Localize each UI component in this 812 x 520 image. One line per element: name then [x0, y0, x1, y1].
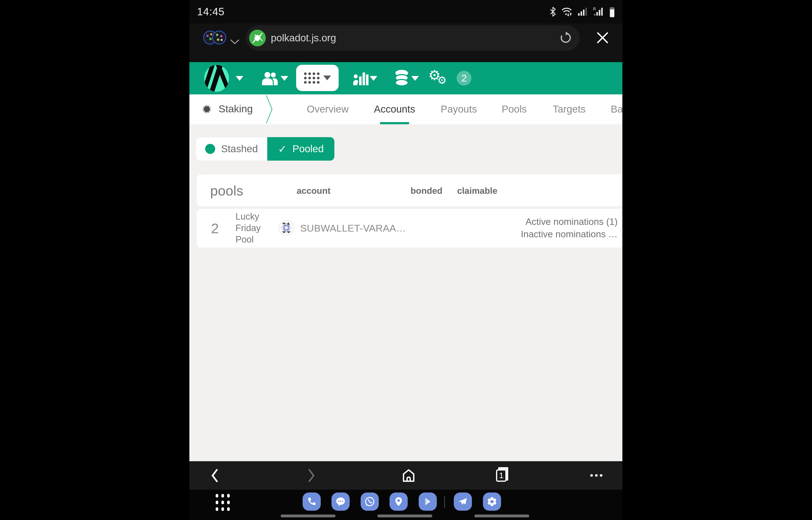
pool-id: 2 [208, 220, 222, 236]
url-text: polkadot.js.org [271, 32, 336, 44]
play-store-app-icon[interactable] [419, 493, 437, 511]
bluetooth-icon [549, 6, 557, 17]
dock-separator [444, 496, 445, 508]
tab-pools[interactable]: Pools [502, 103, 527, 115]
tab-payouts[interactable]: Payouts [441, 103, 477, 115]
chain-data-dropdown-icon[interactable] [411, 76, 419, 81]
staking-section-icon: ✹ [202, 103, 212, 115]
signal-roaming-icon: R [593, 6, 604, 17]
network-logo-icon[interactable] [203, 64, 230, 92]
governance-dropdown-icon[interactable] [370, 76, 377, 81]
tab-thumbnail-icon [212, 31, 226, 45]
phone-app-icon[interactable] [303, 493, 321, 511]
accounts-dropdown-icon[interactable] [281, 76, 288, 81]
whatsapp-app-icon[interactable] [361, 493, 379, 511]
site-favicon-icon [249, 30, 266, 46]
more-button[interactable]: ••• [583, 461, 611, 490]
staking-tab-bar: ✹ Staking Overview Accounts Payouts Pool… [189, 95, 622, 124]
stashed-toggle-button[interactable]: Stashed [196, 137, 267, 161]
browser-chrome: polkadot.js.org [189, 23, 622, 62]
more-dots-icon: ••• [590, 470, 604, 481]
apps-dropdown-icon [324, 76, 331, 80]
active-nominations: Active nominations (1) [525, 216, 618, 227]
chevron-down-icon[interactable] [229, 38, 240, 45]
dock [189, 490, 622, 520]
accounts-icon[interactable] [261, 70, 279, 86]
active-tab-underline [380, 122, 409, 124]
pooled-label: Pooled [292, 143, 324, 155]
nominations-status: Active nominations (1) Inactive nominati… [521, 215, 618, 240]
tab-accounts[interactable]: Accounts [374, 103, 415, 115]
browser-nav-bar: 1 ••• [189, 461, 622, 490]
url-bar[interactable]: polkadot.js.org [246, 25, 580, 51]
tab-bags[interactable]: Ba [611, 103, 622, 115]
stashed-dot-icon [205, 144, 215, 154]
gallery-app-icon[interactable] [483, 493, 501, 511]
clock: 14:45 [197, 6, 224, 18]
back-button[interactable] [200, 461, 229, 490]
svg-text:R: R [593, 7, 596, 11]
account-name: SUBWALLET-VARAA… [300, 223, 406, 234]
tab-count-icon: 1 [496, 469, 507, 482]
reload-icon[interactable] [559, 31, 572, 45]
account-identicon[interactable] [278, 220, 294, 236]
column-claimable: claimable [457, 186, 498, 196]
pooled-toggle-button[interactable]: ✓ Pooled [267, 137, 334, 161]
settings-icon[interactable]: ⚙⚙ [428, 68, 450, 82]
signal-icon [578, 6, 588, 17]
all-apps-button[interactable] [216, 494, 230, 511]
table-row[interactable]: 2 Lucky Friday Pool SUBWALLET-VARAA… Act… [197, 209, 622, 248]
apps-menu-button[interactable] [296, 65, 339, 91]
page-content: Stashed ✓ Pooled pools account bonded cl… [189, 124, 622, 461]
maps-app-icon[interactable] [390, 493, 408, 511]
forward-button[interactable] [297, 461, 326, 490]
notification-badge[interactable]: 2 [457, 71, 471, 85]
wifi-icon [561, 6, 573, 17]
apps-grid-icon [304, 72, 319, 84]
governance-icon[interactable] [352, 70, 369, 86]
telegram-app-icon[interactable] [454, 493, 472, 511]
pools-table-header: pools account bonded claimable [197, 175, 622, 206]
taskbar-indicator [474, 515, 529, 517]
staking-section-label: Staking [219, 103, 253, 115]
badge-count: 2 [461, 73, 467, 84]
status-bar: 14:45 R [189, 0, 622, 23]
pool-name: Lucky Friday Pool [235, 211, 268, 245]
stashed-label: Stashed [221, 143, 258, 155]
taskbar-indicator [377, 515, 432, 517]
battery-icon [609, 6, 616, 17]
messages-app-icon[interactable] [332, 493, 349, 511]
network-dropdown-icon[interactable] [236, 76, 243, 81]
inactive-nominations: Inactive nominations … [521, 229, 618, 239]
app-header: ⚙⚙ 2 [189, 62, 622, 95]
check-icon: ✓ [278, 143, 287, 155]
tab-count: 1 [499, 471, 504, 480]
tab-targets[interactable]: Targets [553, 103, 586, 115]
status-icons: R [549, 6, 616, 17]
chain-data-icon[interactable] [394, 69, 410, 87]
column-bonded: bonded [411, 186, 443, 196]
account-filter-toggle: Stashed ✓ Pooled [196, 137, 334, 161]
column-account: account [297, 186, 331, 196]
tab-overview[interactable]: Overview [307, 103, 348, 115]
tabs-button[interactable]: 1 [487, 461, 515, 490]
close-icon[interactable] [595, 31, 610, 45]
taskbar-indicator [281, 515, 336, 517]
table-title: pools [210, 183, 243, 199]
section-divider [265, 95, 274, 124]
home-button[interactable] [394, 461, 423, 490]
phone-screen: 14:45 R [189, 0, 622, 520]
